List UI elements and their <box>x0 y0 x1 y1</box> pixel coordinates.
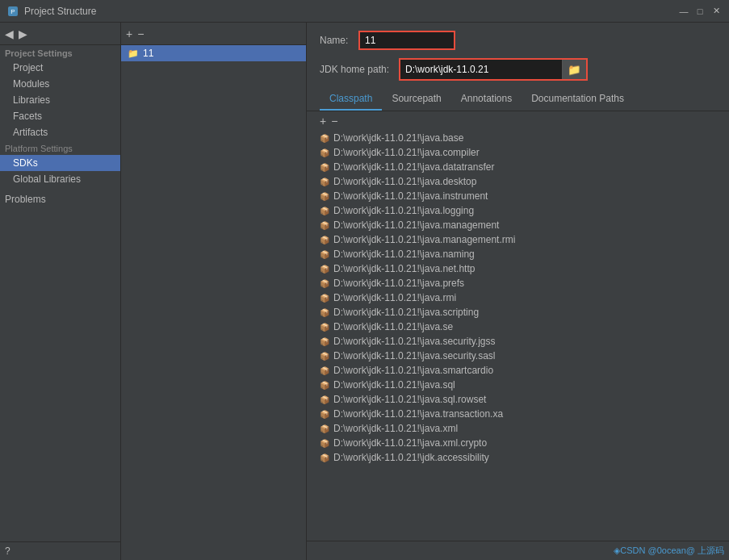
jar-icon: 📦 <box>320 163 329 172</box>
jar-icon: 📦 <box>320 207 329 215</box>
sidebar-item-artifacts[interactable]: Artifacts <box>0 124 120 140</box>
project-settings-section: Project Settings <box>0 45 120 60</box>
jar-icon: 📦 <box>320 453 329 462</box>
sidebar-item-global-libraries[interactable]: Global Libraries <box>0 171 120 187</box>
watermark: ◈CSDN @0ocean@ 上源码 <box>614 545 724 557</box>
list-item: 📦D:\work\jdk-11.0.21!\java.xml <box>320 421 716 436</box>
sdk-item-11[interactable]: 📁 11 <box>121 45 306 61</box>
list-item: 📦D:\work\jdk-11.0.21!\java.management.rm… <box>320 232 716 247</box>
list-item: 📦D:\work\jdk-11.0.21!\java.net.http <box>320 261 716 276</box>
sidebar-item-problems[interactable]: Problems <box>0 187 120 207</box>
list-item: 📦D:\work\jdk-11.0.21!\java.desktop <box>320 174 716 189</box>
list-item: 📦D:\work\jdk-11.0.21!\java.logging <box>320 203 716 218</box>
list-item: 📦D:\work\jdk-11.0.21!\java.scripting <box>320 305 716 320</box>
close-btn[interactable]: ✕ <box>710 5 723 18</box>
jar-icon: 📦 <box>320 323 329 332</box>
window-controls[interactable]: — □ ✕ <box>677 5 723 18</box>
sdk-folder-icon: 📁 <box>128 48 139 59</box>
list-item: 📦D:\work\jdk-11.0.21!\java.prefs <box>320 276 716 290</box>
jar-icon: 📦 <box>320 410 329 419</box>
jar-icon: 📦 <box>320 221 329 230</box>
list-item: 📦D:\work\jdk-11.0.21!\java.datatransfer <box>320 160 716 174</box>
list-item: 📦D:\work\jdk-11.0.21!\java.base <box>320 131 716 145</box>
jar-icon: 📦 <box>320 236 329 244</box>
sdk-detail-header: Name: JDK home path: 📁 <box>307 23 729 88</box>
tab-annotations[interactable]: Annotations <box>451 88 522 111</box>
folder-icon: 📁 <box>568 64 581 76</box>
maximize-btn[interactable]: □ <box>693 5 706 18</box>
jdk-path-input[interactable] <box>400 60 562 79</box>
list-item: 📦D:\work\jdk-11.0.21!\java.smartcardio <box>320 363 716 378</box>
jar-icon: 📦 <box>320 265 329 274</box>
sidebar-bottom: ? <box>0 541 120 560</box>
sdk-list-toolbar: + − <box>121 23 306 45</box>
tab-classpath[interactable]: Classpath <box>320 88 382 111</box>
sdk-item-label: 11 <box>143 48 153 59</box>
platform-settings-section: Platform Settings <box>0 140 120 155</box>
classpath-add-btn[interactable]: + <box>320 115 326 127</box>
jar-icon: 📦 <box>320 178 329 186</box>
sidebar-item-facets[interactable]: Facets <box>0 108 120 124</box>
list-item: 📦D:\work\jdk-11.0.21!\java.se <box>320 320 716 334</box>
list-item: 📦D:\work\jdk-11.0.21!\java.naming <box>320 247 716 261</box>
jar-icon: 📦 <box>320 148 329 157</box>
name-input[interactable] <box>358 31 455 50</box>
app-icon: P <box>6 5 19 18</box>
list-item: 📦D:\work\jdk-11.0.21!\java.rmi <box>320 290 716 305</box>
jar-icon: 📦 <box>320 352 329 361</box>
list-item: 📦D:\work\jdk-11.0.21!\java.security.sasl <box>320 349 716 363</box>
jar-icon: 📦 <box>320 337 329 346</box>
list-item: 📦D:\work\jdk-11.0.21!\java.xml.crypto <box>320 436 716 450</box>
help-btn[interactable]: ? <box>5 545 10 557</box>
classpath-list-toolbar: + − <box>307 111 729 131</box>
jdk-row: JDK home path: 📁 <box>320 58 716 81</box>
list-item: 📦D:\work\jdk-11.0.21!\java.compiler <box>320 145 716 160</box>
window-title: Project Structure <box>24 6 677 17</box>
back-btn[interactable]: ◀ <box>5 28 14 40</box>
jar-icon: 📦 <box>320 424 329 433</box>
sidebar-item-sdks[interactable]: SDKs <box>0 155 120 171</box>
jdk-input-wrapper: 📁 <box>399 58 588 81</box>
tab-content-classpath: + − 📦D:\work\jdk-11.0.21!\java.base📦D:\w… <box>307 111 729 541</box>
list-item: 📦D:\work\jdk-11.0.21!\java.management <box>320 218 716 232</box>
main-content: + − 📁 11 Name: <box>121 23 729 560</box>
path-list: 📦D:\work\jdk-11.0.21!\java.base📦D:\work\… <box>307 131 729 541</box>
jar-icon: 📦 <box>320 134 329 143</box>
jar-icon: 📦 <box>320 366 329 375</box>
jdk-label: JDK home path: <box>320 64 392 75</box>
jar-icon: 📦 <box>320 279 329 288</box>
bottom-bar: ◈CSDN @0ocean@ 上源码 <box>307 541 729 560</box>
list-item: 📦D:\work\jdk-11.0.21!\java.security.jgss <box>320 334 716 349</box>
sidebar-item-modules[interactable]: Modules <box>0 76 120 92</box>
name-label: Name: <box>320 35 352 46</box>
tabs-bar: Classpath Sourcepath Annotations Documen… <box>307 88 729 111</box>
list-item: 📦D:\work\jdk-11.0.21!\java.transaction.x… <box>320 407 716 421</box>
list-item: 📦D:\work\jdk-11.0.21!\java.sql.rowset <box>320 392 716 407</box>
sidebar-item-project[interactable]: Project <box>0 60 120 76</box>
main-layout: ◀ ▶ Project Settings Project Modules Lib… <box>0 23 729 560</box>
title-bar: P Project Structure — □ ✕ <box>0 0 729 23</box>
jar-icon: 📦 <box>320 439 329 448</box>
sidebar: ◀ ▶ Project Settings Project Modules Lib… <box>0 23 121 560</box>
list-item: 📦D:\work\jdk-11.0.21!\java.sql <box>320 378 716 392</box>
sdk-remove-btn[interactable]: − <box>137 28 144 40</box>
jar-icon: 📦 <box>320 250 329 259</box>
jar-icon: 📦 <box>320 308 329 317</box>
list-item: 📦D:\work\jdk-11.0.21!\jdk.accessibility <box>320 450 716 465</box>
jar-icon: 📦 <box>320 294 329 303</box>
tab-sourcepath[interactable]: Sourcepath <box>382 88 450 111</box>
classpath-remove-btn[interactable]: − <box>331 115 337 127</box>
sdk-add-btn[interactable]: + <box>126 28 132 40</box>
list-item: 📦D:\work\jdk-11.0.21!\java.instrument <box>320 189 716 203</box>
svg-text:P: P <box>10 8 15 15</box>
jdk-browse-btn[interactable]: 📁 <box>562 60 586 79</box>
sidebar-toolbar: ◀ ▶ <box>0 23 120 45</box>
jar-icon: 📦 <box>320 381 329 390</box>
name-row: Name: <box>320 31 716 50</box>
jar-icon: 📦 <box>320 192 329 201</box>
sidebar-item-libraries[interactable]: Libraries <box>0 92 120 108</box>
forward-btn[interactable]: ▶ <box>19 28 27 40</box>
tab-documentation-paths[interactable]: Documentation Paths <box>522 88 634 111</box>
minimize-btn[interactable]: — <box>677 5 690 18</box>
jar-icon: 📦 <box>320 395 329 404</box>
